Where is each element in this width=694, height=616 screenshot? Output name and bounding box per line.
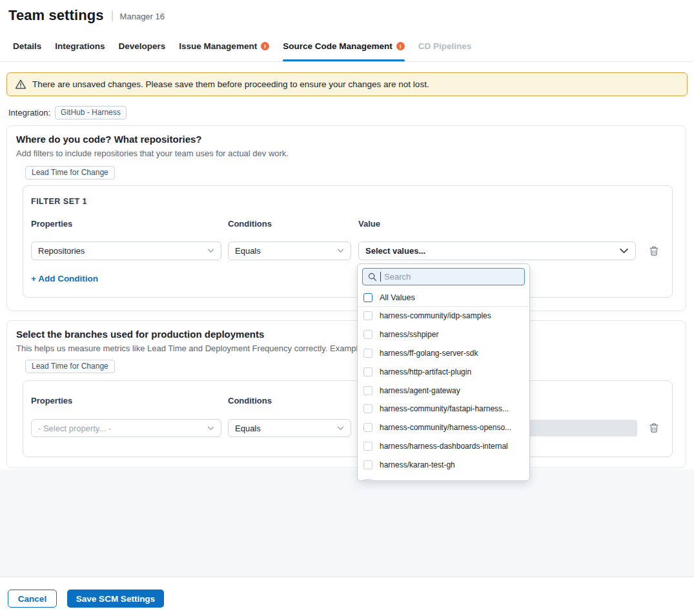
option-checkbox[interactable] [363,460,373,469]
option-checkbox[interactable] [363,311,373,320]
search-placeholder: Search [384,272,411,282]
add-condition-button[interactable]: + Add Condition [31,274,98,283]
tab-cd-pipelines: CD Pipelines [418,30,472,61]
repository-option[interactable]: harness/http-artifact-plugin [358,362,529,381]
option-checkbox[interactable] [363,479,373,481]
repository-option[interactable]: harness/agent-gateway [358,381,529,400]
filter-set-title: FILTER SET 1 [31,197,87,206]
search-icon [368,272,377,282]
chevron-down-icon [207,426,214,431]
tab-details[interactable]: Details [13,30,41,61]
repos-section-title: Where do you code? What repositories? [16,134,202,145]
option-checkbox[interactable] [363,349,373,358]
filter-set-1-card: FILTER SET 1 Properties Conditions Value… [23,185,673,298]
footer-bar: Cancel Save SCM Settings [0,577,694,616]
all-values-option[interactable]: All Values [358,289,529,306]
option-checkbox[interactable] [363,367,373,376]
value-multiselect[interactable]: Select values... [358,241,636,260]
option-checkbox[interactable] [363,442,373,451]
cancel-button[interactable]: Cancel [8,590,57,608]
tab-bar: Details Integrations Developers Issue Ma… [0,30,694,62]
all-values-checkbox[interactable] [363,293,373,302]
team-settings-page: Team settings Manager 16 Details Integra… [0,0,694,616]
delete-filter-icon[interactable] [649,422,659,433]
repository-option[interactable]: harness-community/harness-openso... [358,418,529,437]
value-dropdown-panel: Search All Values harness-community/idp-… [357,263,530,481]
title-separator [112,10,113,21]
warning-badge-icon: ! [261,42,269,50]
repository-option[interactable]: harness/sshpiper [358,325,529,344]
properties-column-label: Properties [31,219,72,229]
property-select[interactable]: Repositories [31,241,221,260]
text-cursor [380,272,381,282]
repository-option[interactable]: harness/ff-golang-server-sdk [358,344,529,363]
banner-text: There are unsaved changes. Please save t… [32,79,429,89]
lead-time-chip: Lead Time for Change [25,360,115,373]
repos-section-subtitle: Add filters to include repositories that… [16,149,289,158]
value-column-label: Value [358,219,380,229]
lead-time-chip: Lead Time for Change [25,166,115,180]
repository-option[interactable]: harness-community/fastapi-harness... [358,400,529,418]
branch-condition-select[interactable]: Equals [228,419,351,437]
unsaved-changes-banner: There are unsaved changes. Please save t… [6,72,688,96]
conditions-column-label: Conditions [228,219,272,229]
page-title: Team settings [8,7,104,24]
warning-badge-icon: ! [396,42,405,50]
integration-row: Integration: GitHub - Harness [8,105,127,119]
chevron-down-icon [337,249,344,253]
tab-developers[interactable]: Developers [119,30,166,61]
branches-section-card: Select the branches used for production … [6,320,686,468]
warning-triangle-icon [15,79,26,90]
tab-integrations[interactable]: Integrations [55,30,105,61]
chevron-down-icon [337,426,344,431]
delete-filter-icon[interactable] [649,245,659,256]
chevron-down-icon [619,248,629,254]
option-checkbox[interactable] [363,386,373,395]
repository-option[interactable]: harness/… [358,474,529,481]
tab-source-code-management[interactable]: Source Code Management ! [283,30,405,61]
branches-section-title: Select the branches used for production … [16,329,264,340]
properties-column-label: Properties [31,396,72,406]
condition-select[interactable]: Equals [228,241,351,260]
conditions-column-label: Conditions [228,396,272,406]
option-checkbox[interactable] [363,404,373,413]
integration-label: Integration: [8,108,50,118]
option-checkbox[interactable] [363,423,373,432]
tab-issue-management[interactable]: Issue Management ! [179,30,269,61]
page-header: Team settings Manager 16 [8,7,165,24]
repository-options-list: harness-community/idp-samples harness/ss… [358,307,529,481]
repository-option[interactable]: harness/harness-dashboards-internal [358,437,529,456]
integration-chip[interactable]: GitHub - Harness [55,106,127,119]
search-input[interactable]: Search [362,268,525,285]
content-background [0,469,694,577]
branch-property-select[interactable]: - Select property... - [31,419,221,437]
branches-section-subtitle: This helps us measure metrics like Lead … [16,344,370,353]
team-name: Manager 16 [120,10,165,21]
branches-filter-card: Properties Conditions - Select property.… [23,380,673,457]
repository-option[interactable]: harness-community/idp-samples [358,307,529,325]
repository-option[interactable]: harness/karan-test-gh [358,455,529,474]
chevron-down-icon [207,249,214,253]
repositories-section-card: Where do you code? What repositories? Ad… [6,125,686,311]
option-checkbox[interactable] [363,330,373,339]
save-scm-settings-button[interactable]: Save SCM Settings [67,590,164,608]
